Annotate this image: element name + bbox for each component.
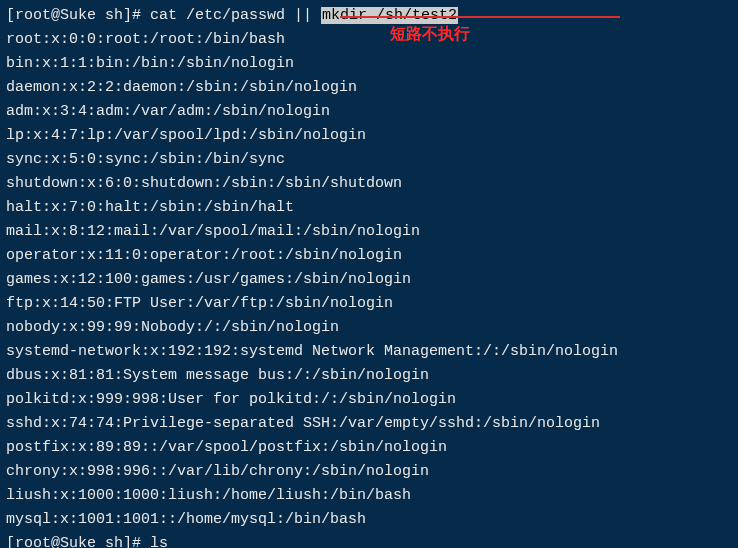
output-line: ftp:x:14:50:FTP User:/var/ftp:/sbin/nolo… — [6, 292, 732, 316]
command-ls: ls — [150, 535, 168, 548]
output-line: polkitd:x:999:998:User for polkitd:/:/sb… — [6, 388, 732, 412]
output-line: bin:x:1:1:bin:/bin:/sbin/nologin — [6, 52, 732, 76]
output-line: adm:x:3:4:adm:/var/adm:/sbin/nologin — [6, 100, 732, 124]
prompt-line-2: [root@Suke sh]# ls — [6, 532, 732, 548]
terminal[interactable]: 短路不执行 [root@Suke sh]# cat /etc/passwd ||… — [0, 0, 738, 548]
output-line: nobody:x:99:99:Nobody:/:/sbin/nologin — [6, 316, 732, 340]
command-plain: cat /etc/passwd || — [150, 7, 321, 24]
output-line: mysql:x:1001:1001::/home/mysql:/bin/bash — [6, 508, 732, 532]
output-line: shutdown:x:6:0:shutdown:/sbin:/sbin/shut… — [6, 172, 732, 196]
output-line: systemd-network:x:192:192:systemd Networ… — [6, 340, 732, 364]
annotation-arrow — [340, 16, 620, 18]
output-line: postfix:x:89:89::/var/spool/postfix:/sbi… — [6, 436, 732, 460]
output-line: sshd:x:74:74:Privilege-separated SSH:/va… — [6, 412, 732, 436]
output-line: daemon:x:2:2:daemon:/sbin:/sbin/nologin — [6, 76, 732, 100]
output-line: halt:x:7:0:halt:/sbin:/sbin/halt — [6, 196, 732, 220]
output-line: sync:x:5:0:sync:/sbin:/bin/sync — [6, 148, 732, 172]
output-line: mail:x:8:12:mail:/var/spool/mail:/sbin/n… — [6, 220, 732, 244]
passwd-output: root:x:0:0:root:/root:/bin/bashbin:x:1:1… — [6, 28, 732, 532]
output-line: operator:x:11:0:operator:/root:/sbin/nol… — [6, 244, 732, 268]
output-line: dbus:x:81:81:System message bus:/:/sbin/… — [6, 364, 732, 388]
shell-prompt: [root@Suke sh]# — [6, 535, 150, 548]
shell-prompt: [root@Suke sh]# — [6, 7, 150, 24]
output-line: root:x:0:0:root:/root:/bin/bash — [6, 28, 732, 52]
annotation-text: 短路不执行 — [390, 22, 470, 46]
output-line: chrony:x:998:996::/var/lib/chrony:/sbin/… — [6, 460, 732, 484]
output-line: lp:x:4:7:lp:/var/spool/lpd:/sbin/nologin — [6, 124, 732, 148]
output-line: games:x:12:100:games:/usr/games:/sbin/no… — [6, 268, 732, 292]
output-line: liush:x:1000:1000:liush:/home/liush:/bin… — [6, 484, 732, 508]
